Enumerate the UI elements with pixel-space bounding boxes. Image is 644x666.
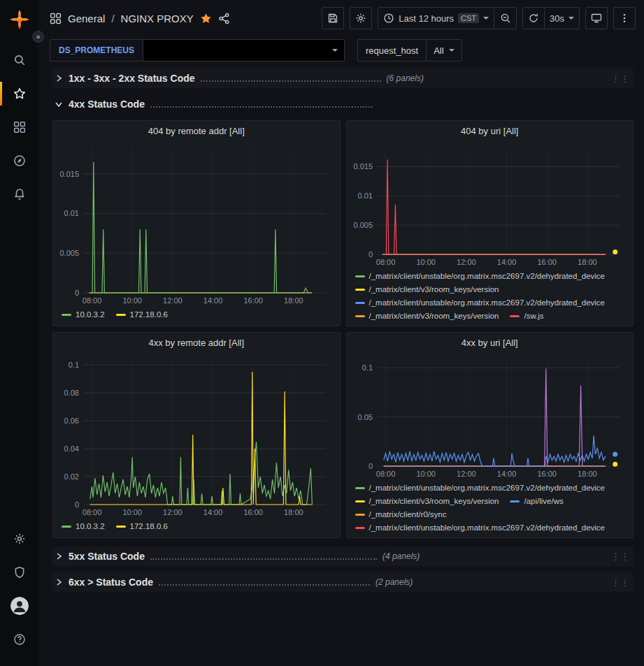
datasource-variable-label[interactable]: DS_PROMETHEUS [50,39,143,61]
breadcrumb-section[interactable]: General [68,13,105,24]
legend-item[interactable]: /_matrix/client/unstable/org.matrix.msc2… [355,296,606,310]
timeseries-chart[interactable]: 08:0010:0012:0014:0016:0018:0000.0050.01… [351,140,629,268]
svg-text:12:00: 12:00 [457,258,476,266]
timeseries-chart[interactable]: 08:0010:0012:0014:0016:0018:0000.020.040… [57,352,336,519]
svg-text:0.015: 0.015 [353,162,373,171]
svg-text:18:00: 18:00 [284,508,303,516]
svg-text:16:00: 16:00 [537,470,557,478]
sidebar-item-starred[interactable] [0,80,38,108]
legend-item[interactable]: /api/live/ws [510,495,563,508]
legend-item[interactable]: /_matrix/client/v3/room_keys/version [355,283,499,296]
svg-text:12:00: 12:00 [163,296,183,305]
share-icon[interactable] [218,13,230,24]
panel-title[interactable]: 404 by uri [All] [347,121,634,140]
grafana-app: » General / NGINX PROXY [0,0,644,666]
legend-item[interactable]: /_matrix/client/v3/room_keys/version [355,495,499,508]
chevron-down-icon [568,17,574,20]
row-panel-count: (6 panels) [387,73,424,83]
sidebar-expand-button[interactable]: » [32,31,44,43]
legend-item[interactable]: /_matrix/client/unstable/org.matrix.msc2… [355,482,606,495]
panel-legend: /_matrix/client/unstable/org.matrix.msc2… [347,268,634,326]
legend-label: /api/live/ws [524,495,563,508]
legend-label: /_matrix/client/v3/room_keys/version [369,310,499,323]
legend-item[interactable]: /_matrix/client/r0/sync [355,508,447,521]
panel-legend: /_matrix/client/unstable/org.matrix.msc2… [347,480,634,537]
sidebar-nav [0,46,38,214]
sidebar-item-explore[interactable] [0,147,38,175]
legend-label: /_matrix/client/unstable/org.matrix.msc2… [369,270,606,283]
search-icon [13,54,26,66]
svg-text:0: 0 [75,289,79,297]
row-4xx[interactable]: 4xx Status Code [52,94,634,114]
row-5xx[interactable]: 5xx Status Code (4 panels) ⋮⋮ [52,546,634,566]
legend-item[interactable]: /sw.js [510,310,543,323]
refresh-button[interactable] [522,7,545,29]
legend-item[interactable]: 10.0.3.2 [62,308,105,321]
legend-swatch [62,526,71,528]
row-drag-handle[interactable]: ⋮⋮ [611,73,629,84]
legend-swatch [355,302,365,304]
row-title: 5xx Status Code [69,551,145,562]
svg-text:14:00: 14:00 [203,296,223,305]
legend-item[interactable]: /_matrix/client/unstable/org.matrix.msc2… [355,270,606,283]
favorite-star-icon[interactable] [200,13,212,24]
chevron-down-icon [449,49,455,52]
shield-icon [13,566,26,579]
timeseries-chart[interactable]: 08:0010:0012:0014:0016:0018:0000.050.1 [351,352,629,480]
request-host-variable-select[interactable]: All [427,39,461,61]
panel-title[interactable]: 4xx by uri [All] [347,333,634,352]
timeseries-chart[interactable]: 08:0010:0012:0014:0016:0018:0000.0050.01… [57,140,336,307]
legend-label: /_matrix/client/r0/sync [369,508,447,521]
legend-item[interactable]: /_matrix/client/v3/room_keys/version [355,310,499,323]
sidebar-item-profile[interactable] [0,592,38,620]
sidebar-item-server-admin[interactable] [0,558,38,586]
row-drag-handle[interactable]: ⋮⋮ [611,551,629,562]
svg-text:08:00: 08:00 [83,296,102,305]
legend-swatch [355,487,365,489]
legend-item[interactable]: 10.0.3.2 [62,520,105,533]
main-area: General / NGINX PROXY [38,0,644,666]
legend-label: /_matrix/client/unstable/org.matrix.msc2… [369,521,606,535]
time-range-label: Last 12 hours [399,13,454,24]
save-dashboard-button[interactable] [322,7,344,29]
sidebar-item-dashboards[interactable] [0,113,38,141]
time-picker-button[interactable]: Last 12 hours CST [378,7,494,29]
sidebar-item-help[interactable] [0,625,38,653]
panel-4xx-by-uri: 4xx by uri [All] 08:0010:0012:0014:0016:… [346,332,634,538]
row-title: 4xx Status Code [69,99,145,110]
profile-avatar [10,597,29,615]
legend-swatch [510,500,520,502]
request-host-variable-label[interactable]: request_host [357,39,427,61]
sidebar-item-configuration[interactable] [0,525,38,553]
row-dots [201,75,381,82]
svg-text:0.1: 0.1 [362,363,372,372]
datasource-variable-select[interactable] [143,39,345,61]
sidebar [0,0,38,666]
row-title: 1xx - 3xx - 2xx Status Code [69,73,195,84]
kebab-menu-button[interactable] [613,7,636,29]
grafana-logo[interactable] [8,8,31,31]
dashboard-settings-button[interactable] [350,7,372,29]
sidebar-item-alerting[interactable] [0,180,38,208]
legend-item[interactable]: 172.18.0.6 [116,520,168,533]
row-drag-handle[interactable]: ⋮⋮ [611,577,629,588]
legend-item[interactable]: /_matrix/client/unstable/org.matrix.msc2… [355,521,606,535]
dashboard-canvas: 1xx - 3xx - 2xx Status Code (6 panels) ⋮… [38,64,644,666]
legend-swatch [355,514,365,516]
row-1xx-3xx-2xx[interactable]: 1xx - 3xx - 2xx Status Code (6 panels) ⋮… [52,68,634,88]
panel-title[interactable]: 404 by remote addr [All] [53,121,340,140]
panel-title[interactable]: 4xx by remote addr [All] [53,333,340,352]
chevron-right-icon [55,552,63,560]
sidebar-bottom-nav [0,525,38,659]
panel-legend: 10.0.3.2172.18.0.6 [53,307,340,326]
legend-label: /_matrix/client/v3/room_keys/version [369,283,499,296]
legend-item[interactable]: 172.18.0.6 [116,308,168,321]
sidebar-item-search[interactable] [0,46,38,74]
svg-text:0.005: 0.005 [59,249,79,257]
svg-text:0.02: 0.02 [64,472,79,481]
svg-text:12:00: 12:00 [163,508,183,516]
zoom-out-button[interactable] [494,7,517,29]
tv-mode-button[interactable] [585,7,608,29]
row-6xx[interactable]: 6xx > Status Code (2 panels) ⋮⋮ [52,572,634,592]
refresh-interval-dropdown[interactable]: 30s [545,7,580,29]
